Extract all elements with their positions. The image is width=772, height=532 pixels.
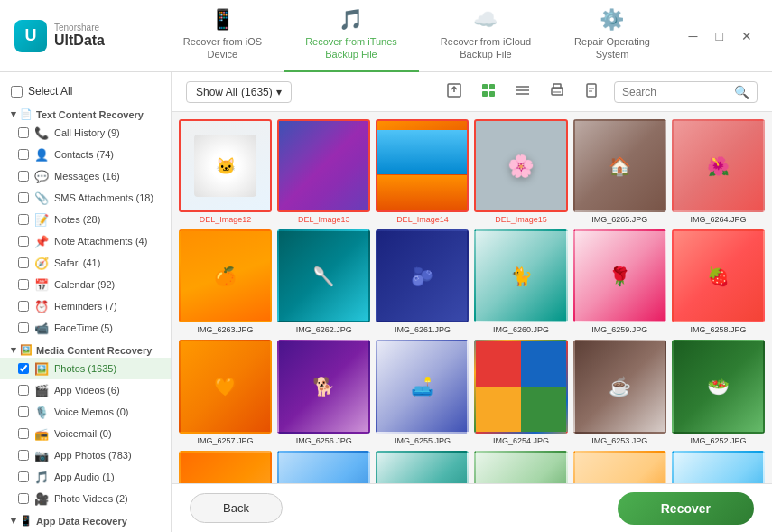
photo-thumb-6259[interactable]: 🌹: [573, 229, 666, 322]
voice-memos-checkbox[interactable]: [18, 406, 29, 417]
list-item[interactable]: 🫐 IMG_6261.JPG: [376, 229, 469, 334]
list-item[interactable]: 🪴: [474, 451, 567, 483]
call-history-checkbox[interactable]: [18, 127, 29, 138]
sidebar-item-app-audio[interactable]: 🎵 App Audio (1): [0, 466, 171, 488]
list-item[interactable]: 🍊 IMG_6263.JPG: [179, 229, 272, 334]
list-item[interactable]: 🌺 IMG_6264.JPG: [672, 119, 765, 224]
select-all-checkbox[interactable]: [11, 86, 23, 98]
list-item[interactable]: 🥗 IMG_6252.JPG: [672, 340, 765, 444]
photo-thumb-partial1[interactable]: 🥐: [179, 451, 272, 483]
photo-thumb-partial2[interactable]: 🌊: [277, 451, 370, 483]
photo-thumb-6265[interactable]: 🏠: [573, 119, 666, 212]
list-item[interactable]: ☕ IMG_6253.JPG: [573, 340, 666, 444]
list-item[interactable]: 🌊: [277, 451, 370, 483]
list-view-button[interactable]: [511, 80, 535, 104]
sidebar-item-reminders[interactable]: ⏰ Reminders (7): [0, 295, 171, 317]
photo-thumb-6257[interactable]: 🧡: [179, 340, 272, 433]
search-icon[interactable]: 🔍: [734, 85, 749, 99]
calendar-checkbox[interactable]: [18, 279, 29, 290]
photo-thumb-6262[interactable]: 🥄: [277, 229, 370, 322]
list-item[interactable]: 🏠 IMG_6265.JPG: [573, 119, 666, 224]
app-videos-checkbox[interactable]: [18, 385, 29, 396]
contacts-checkbox[interactable]: [18, 149, 29, 160]
photo-thumb-del13[interactable]: [277, 119, 370, 212]
sidebar-item-app-photos[interactable]: 📷 App Photos (783): [0, 444, 171, 466]
sidebar-item-sms-attachments[interactable]: 📎 SMS Attachments (18): [0, 187, 171, 209]
sidebar-item-messages[interactable]: 💬 Messages (16): [0, 165, 171, 187]
sidebar-item-safari[interactable]: 🧭 Safari (41): [0, 252, 171, 274]
list-item[interactable]: 🌅: [573, 451, 666, 483]
sidebar-item-voicemail[interactable]: 📻 Voicemail (0): [0, 423, 171, 444]
sidebar-item-call-history[interactable]: 📞 Call History (9): [0, 122, 171, 144]
app-audio-checkbox[interactable]: [18, 471, 29, 482]
list-item[interactable]: 🐈 IMG_6260.JPG: [474, 229, 567, 334]
list-item[interactable]: 🌹 IMG_6259.JPG: [573, 229, 666, 334]
note-attach-checkbox[interactable]: [18, 236, 29, 247]
export-button[interactable]: [442, 80, 466, 104]
photo-thumb-6263[interactable]: 🍊: [179, 229, 272, 322]
list-item[interactable]: DEL_Image14: [376, 119, 469, 224]
photo-thumb-6256[interactable]: 🐕: [277, 340, 370, 433]
photo-thumb-6260[interactable]: 🐈: [474, 229, 567, 322]
recover-to-button[interactable]: [580, 80, 603, 104]
list-item[interactable]: 🌿: [376, 451, 469, 483]
sidebar-item-voice-memos[interactable]: 🎙️ Voice Memos (0): [0, 401, 171, 423]
reminders-checkbox[interactable]: [18, 301, 29, 312]
select-all-row[interactable]: Select All: [0, 79, 171, 103]
app-photos-checkbox[interactable]: [18, 450, 29, 461]
close-button[interactable]: ✕: [736, 27, 758, 45]
grid-view-button[interactable]: [477, 80, 500, 104]
photo-thumb-del12[interactable]: 🐱: [179, 119, 272, 212]
photo-thumb-6254[interactable]: [474, 340, 567, 433]
safari-checkbox[interactable]: [18, 257, 29, 268]
sms-attachments-checkbox[interactable]: [18, 192, 29, 203]
list-item[interactable]: DEL_Image13: [277, 119, 370, 224]
photo-thumb-partial4[interactable]: 🪴: [474, 451, 567, 483]
voicemail-checkbox[interactable]: [18, 428, 29, 439]
list-item[interactable]: IMG_6254.JPG: [474, 340, 567, 444]
list-item[interactable]: 🥐: [179, 451, 272, 483]
photo-thumb-6264[interactable]: 🌺: [672, 119, 765, 212]
sidebar-item-facetime[interactable]: 📹 FaceTime (5): [0, 317, 171, 339]
sidebar-item-photo-videos[interactable]: 🎥 Photo Videos (2): [0, 488, 171, 509]
notes-checkbox[interactable]: [18, 214, 29, 225]
photo-videos-checkbox[interactable]: [18, 493, 29, 504]
photos-checkbox[interactable]: [18, 363, 29, 374]
sidebar-item-whatsapp-calls[interactable]: 📞 WhatsApp Calls (3): [0, 528, 171, 532]
photo-thumb-del15[interactable]: 🌸: [474, 119, 567, 212]
photo-thumb-6258[interactable]: 🍓: [672, 229, 765, 322]
list-item[interactable]: 🌸 DEL_Image15: [474, 119, 567, 224]
print-button[interactable]: [545, 80, 569, 104]
search-input[interactable]: [622, 86, 730, 98]
recover-button[interactable]: Recover: [618, 492, 754, 525]
photo-thumb-del14[interactable]: [376, 119, 469, 212]
back-button[interactable]: Back: [190, 493, 283, 523]
sidebar-item-calendar[interactable]: 📅 Calendar (92): [0, 274, 171, 295]
list-item[interactable]: 🧡 IMG_6257.JPG: [179, 340, 272, 444]
list-item[interactable]: 🍓 IMG_6258.JPG: [672, 229, 765, 334]
list-item[interactable]: 🥄 IMG_6262.JPG: [277, 229, 370, 334]
list-item[interactable]: 🔵: [672, 451, 765, 483]
messages-checkbox[interactable]: [18, 171, 29, 182]
tab-ios[interactable]: 📱 Recover from iOSDevice: [162, 0, 284, 72]
minimize-button[interactable]: ─: [684, 27, 703, 45]
photo-thumb-6255[interactable]: 🛋️: [376, 340, 469, 433]
photo-thumb-6261[interactable]: 🫐: [376, 229, 469, 322]
photo-thumb-6253[interactable]: ☕: [573, 340, 666, 433]
sidebar-item-app-videos[interactable]: 🎬 App Videos (6): [0, 379, 171, 401]
tab-itunes[interactable]: 🎵 Recover from iTunesBackup File: [284, 0, 419, 72]
list-item[interactable]: 🐕 IMG_6256.JPG: [277, 340, 370, 444]
tab-icloud[interactable]: ☁️ Recover from iCloudBackup File: [419, 0, 553, 72]
photo-thumb-6252[interactable]: 🥗: [672, 340, 765, 433]
facetime-checkbox[interactable]: [18, 322, 29, 333]
list-item[interactable]: 🛋️ IMG_6255.JPG: [376, 340, 469, 444]
sidebar-item-notes[interactable]: 📝 Notes (28): [0, 209, 171, 230]
photo-thumb-partial6[interactable]: 🔵: [672, 451, 765, 483]
sidebar-item-contacts[interactable]: 👤 Contacts (74): [0, 144, 171, 165]
photo-thumb-partial3[interactable]: 🌿: [376, 451, 469, 483]
sidebar-item-note-attachments[interactable]: 📌 Note Attachments (4): [0, 230, 171, 252]
sidebar-item-photos[interactable]: 🖼️ Photos (1635): [0, 358, 171, 379]
list-item[interactable]: 🐱 DEL_Image12: [179, 119, 272, 224]
tab-repair[interactable]: ⚙️ Repair OperatingSystem: [553, 0, 672, 72]
show-all-button[interactable]: Show All (1635) ▾: [186, 81, 292, 103]
